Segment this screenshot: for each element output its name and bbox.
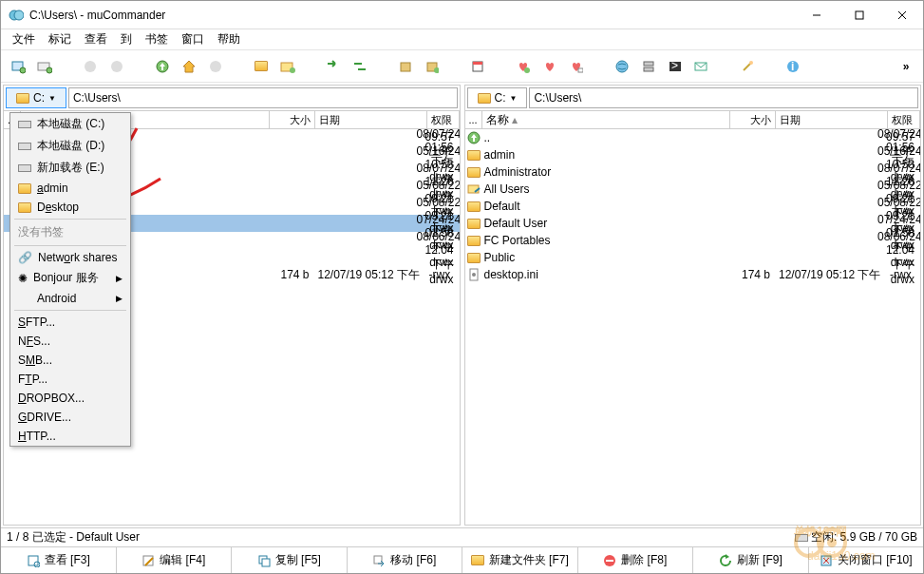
more-icon[interactable]: »: [896, 57, 915, 76]
right-drive-button[interactable]: C: ▼: [467, 87, 528, 108]
sync-icon[interactable]: [350, 57, 369, 76]
col-size[interactable]: 大小: [270, 111, 315, 128]
dd-drive-e[interactable]: 新加载卷 (E:): [10, 157, 130, 179]
minimize-button[interactable]: [795, 1, 838, 29]
dd-desktop[interactable]: Desktop: [10, 198, 130, 217]
row-date: 08/06/24 12:04 下午: [414, 230, 460, 271]
dd-admin[interactable]: admin: [10, 179, 130, 198]
col-perm[interactable]: 权限: [888, 111, 920, 128]
right-path-input[interactable]: [529, 87, 918, 108]
dd-bonjour[interactable]: ✺Bonjour 服务▶: [10, 267, 130, 289]
new-tab-icon[interactable]: [35, 57, 54, 76]
folder-icon: [478, 93, 491, 104]
maximize-button[interactable]: [838, 1, 880, 29]
info-icon[interactable]: i: [783, 57, 802, 76]
svg-rect-25: [644, 67, 653, 71]
row-name: ..: [482, 131, 876, 144]
heart-add-icon[interactable]: [514, 57, 533, 76]
server-icon[interactable]: [639, 57, 658, 76]
heart-icon[interactable]: [540, 57, 559, 76]
svg-rect-22: [578, 68, 583, 72]
left-path-input[interactable]: [68, 87, 458, 108]
svg-rect-20: [473, 62, 482, 65]
file-row[interactable]: admin08/07/24 01:56 下午drwx: [465, 146, 921, 163]
row-icon: [465, 131, 482, 144]
back-icon[interactable]: [81, 57, 100, 76]
menu-file[interactable]: 文件: [7, 29, 41, 49]
menu-view[interactable]: 查看: [79, 29, 113, 49]
menu-go[interactable]: 到: [115, 29, 138, 49]
col-date[interactable]: 日期: [776, 111, 888, 128]
dd-dropbox[interactable]: DROPBOX...: [10, 389, 130, 408]
btn-move[interactable]: 移动 [F6]: [348, 547, 463, 573]
new-window-icon[interactable]: [9, 57, 28, 76]
col-date[interactable]: 日期: [315, 111, 427, 128]
svg-rect-45: [606, 560, 613, 562]
row-icon: [465, 183, 482, 195]
col-toggle[interactable]: ...: [465, 111, 482, 128]
file-row[interactable]: ..07/10/24 09:57 上午: [465, 129, 921, 146]
dd-http[interactable]: HTTP...: [10, 427, 130, 446]
menu-bookmarks[interactable]: 书签: [140, 29, 174, 49]
panes-container: C: ▼ 本地磁盘 (C:) 本地磁盘 (D:) 新加载卷 (E:) admin…: [1, 83, 923, 527]
folder-open-icon[interactable]: [252, 57, 271, 76]
row-name: Default: [482, 200, 876, 213]
btn-delete[interactable]: 删除 [F8]: [578, 547, 694, 573]
stop-icon[interactable]: [206, 57, 225, 76]
col-size[interactable]: 大小: [730, 111, 776, 128]
chevron-right-icon: ▶: [116, 294, 123, 303]
btn-view[interactable]: 查看 [F3]: [1, 547, 117, 573]
disk-icon: [18, 164, 31, 172]
file-row[interactable]: desktop.ini174 b12/07/19 05:12 下午-rwx: [465, 266, 921, 283]
folder-new-icon[interactable]: [278, 57, 297, 76]
menu-help[interactable]: 帮助: [212, 29, 246, 49]
svg-rect-39: [143, 556, 153, 565]
dd-nfs[interactable]: NFS...: [10, 332, 130, 351]
file-row[interactable]: Public08/06/24 12:04 下午drwx: [465, 249, 921, 266]
file-row[interactable]: Default User05/08/22 09:21 下午drwx: [465, 215, 921, 232]
btn-copy[interactable]: 复制 [F5]: [232, 547, 348, 573]
mail-icon[interactable]: [692, 57, 711, 76]
heart-list-icon[interactable]: [567, 57, 586, 76]
file-row[interactable]: Default05/08/22 09:21 下午drwx: [465, 198, 921, 215]
file-row[interactable]: Administrator05/16/24 10:53 上午drwx: [465, 163, 921, 181]
dd-smb[interactable]: SMB...: [10, 351, 130, 370]
home-icon[interactable]: [179, 57, 198, 76]
row-date: 08/06/24 12:04 下午: [875, 230, 920, 271]
file-row[interactable]: All Users08/07/24 11:26 上午lrwx: [465, 181, 921, 198]
left-drive-button[interactable]: C: ▼: [6, 87, 66, 108]
row-date: 12/07/19 05:12 下午: [315, 267, 427, 283]
row-icon: [465, 167, 482, 178]
menu-mark[interactable]: 标记: [43, 29, 77, 49]
dd-android[interactable]: Android▶: [10, 289, 130, 308]
globe-icon[interactable]: [613, 57, 632, 76]
unpack-icon[interactable]: [423, 57, 442, 76]
swap-icon[interactable]: [324, 57, 343, 76]
dd-gdrive[interactable]: GDRIVE...: [10, 408, 130, 427]
col-name[interactable]: 名称 ▴: [482, 111, 731, 128]
row-name: All Users: [482, 182, 876, 196]
btn-edit[interactable]: 编辑 [F4]: [117, 547, 233, 573]
right-file-list[interactable]: ..07/10/24 09:57 上午admin08/07/24 01:56 下…: [465, 129, 921, 525]
wand-icon[interactable]: [738, 57, 757, 76]
drive-label: C:: [495, 91, 506, 105]
parent-icon[interactable]: [153, 57, 172, 76]
btn-close[interactable]: 关闭窗口 [F10]: [809, 547, 924, 573]
btn-mkdir[interactable]: 新建文件夹 [F7]: [462, 547, 578, 573]
col-perm[interactable]: 权限: [427, 111, 460, 128]
dd-drive-c[interactable]: 本地磁盘 (C:): [10, 113, 130, 135]
dd-ftp[interactable]: FTP...: [10, 370, 130, 389]
close-button[interactable]: [880, 1, 923, 29]
svg-rect-24: [644, 62, 653, 66]
file-row[interactable]: FC Portables07/24/24 01:58 下午drwx: [465, 232, 921, 249]
dd-drive-d[interactable]: 本地磁盘 (D:): [10, 135, 130, 157]
calendar-icon[interactable]: [468, 57, 487, 76]
row-size: 174 b: [270, 268, 315, 281]
menu-window[interactable]: 窗口: [176, 29, 210, 49]
btn-refresh[interactable]: 刷新 [F9]: [693, 547, 809, 573]
pack-icon[interactable]: [396, 57, 415, 76]
dd-sftp[interactable]: SFTP...: [10, 313, 130, 332]
forward-icon[interactable]: [107, 57, 126, 76]
dd-network-shares[interactable]: 🔗Network shares: [10, 248, 130, 267]
terminal-icon[interactable]: >: [666, 57, 685, 76]
